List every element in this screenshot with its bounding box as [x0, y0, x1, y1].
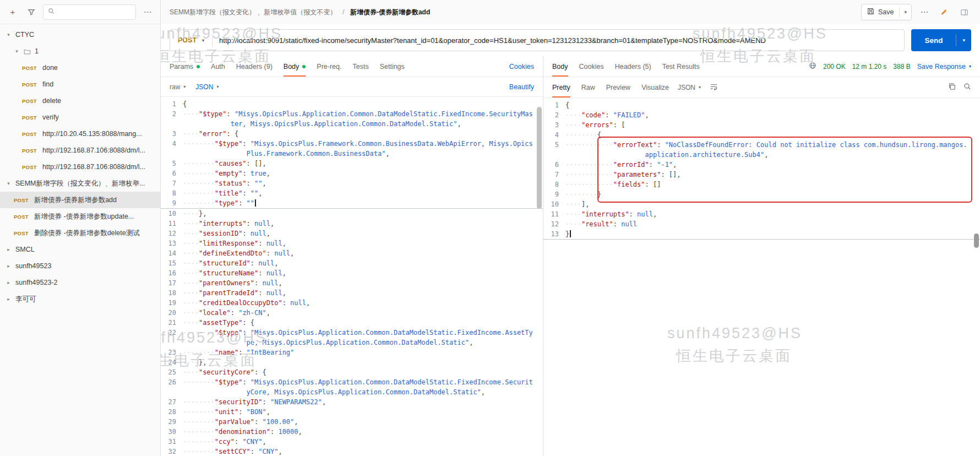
code-line-18[interactable]: 18····"parentTradeId": null,	[161, 288, 543, 298]
save-button[interactable]: Save	[862, 8, 900, 17]
code-line-20[interactable]: 20····"locale": "zh-CN",	[161, 308, 543, 318]
response-view-preview[interactable]: Preview	[606, 77, 630, 97]
sidebar-item-add[interactable]: POST新增债券-债券新增参数add	[0, 192, 160, 208]
sidebar-item-http-10-20-45-135-8088-mang[interactable]: POSThttp://10.20.45.135:8088/mang...	[0, 126, 160, 142]
breadcrumb-request[interactable]: 新增债券-债券新增参数add	[350, 8, 430, 16]
response-body-editor[interactable]: 1{2····"code": "FAILED",3····"errors": […	[543, 98, 980, 456]
code-line-13[interactable]: 13}	[543, 229, 980, 240]
method-selector[interactable]: POST ▾	[170, 36, 212, 44]
code-line-26[interactable]: 26········"$type": "Misys.OpicsPlus.Appl…	[161, 377, 543, 397]
response-editor-scrollbar[interactable]	[974, 234, 979, 248]
request-tab-body[interactable]: Body	[284, 56, 306, 77]
response-view-raw[interactable]: Raw	[581, 77, 595, 97]
request-tab-tests[interactable]: Tests	[352, 56, 368, 77]
chevron-right-icon[interactable]: ▸	[6, 263, 12, 269]
code-line-6[interactable]: 6············"errorId": "-1",	[543, 160, 980, 170]
sidebar-item-item[interactable]: ▸李可可	[0, 291, 160, 307]
chevron-down-icon[interactable]: ▾	[14, 48, 20, 54]
response-view-pretty[interactable]: Pretty	[552, 77, 570, 97]
search-icon[interactable]	[963, 83, 971, 92]
more-options-button[interactable]: ⋯	[917, 5, 932, 19]
copy-icon[interactable]	[948, 83, 956, 92]
code-line-10[interactable]: 10····},	[161, 209, 543, 219]
code-line-29[interactable]: 29········"parValue": "100.00",	[161, 417, 543, 427]
code-line-13[interactable]: 13····"limitResponse": null,	[161, 238, 543, 248]
code-line-4[interactable]: 4········"$type": "Misys.OpicsPlus.Frame…	[161, 139, 543, 159]
chevron-right-icon[interactable]: ▸	[6, 247, 12, 252]
chevron-down-icon[interactable]: ▾	[6, 181, 12, 186]
code-line-6[interactable]: 6········"empty": true,	[161, 169, 543, 178]
sidebar-item-smcl[interactable]: ▸SMCL	[0, 241, 160, 258]
sidebar-item-done[interactable]: POSTdone	[0, 59, 160, 76]
beautify-link[interactable]: Beautify	[509, 83, 534, 91]
code-line-7[interactable]: 7············"parameters": [],	[543, 170, 980, 180]
new-item-button[interactable]: +	[6, 5, 20, 19]
sidebar-item-1[interactable]: ▾1	[0, 43, 160, 59]
wrap-text-icon[interactable]	[710, 83, 718, 93]
save-options-button[interactable]: ▾	[900, 9, 911, 15]
code-line-10[interactable]: 10····],	[543, 199, 980, 209]
sidebar-item-sunfh49523[interactable]: ▸sunfh49523	[0, 258, 160, 274]
code-line-30[interactable]: 30········"denomination": 10000,	[161, 427, 543, 437]
code-line-12[interactable]: 12····"result": null	[543, 219, 980, 229]
breadcrumb-collection[interactable]: SEMM新增字段（报文变化） 、新增枚举值（报文不变）	[170, 8, 336, 16]
body-language-select[interactable]: JSON ▾	[195, 83, 219, 91]
search-input[interactable]	[58, 8, 131, 16]
edit-icon[interactable]	[937, 5, 951, 19]
code-line-22[interactable]: 22········"$type": "Misys.OpicsPlus.Appl…	[161, 328, 543, 348]
code-line-3[interactable]: 3····"errors": [	[543, 120, 980, 130]
sidebar-item-verify[interactable]: POSTverify	[0, 109, 160, 126]
code-line-5[interactable]: 5········"causes": [],	[161, 159, 543, 169]
request-body-editor[interactable]: 1{2····"$type": "Misys.OpicsPlus.Applica…	[161, 97, 543, 456]
sidebar-item-update[interactable]: POST新增债券 -债券新增参数update...	[0, 208, 160, 225]
cookies-link[interactable]: Cookies	[509, 63, 534, 70]
sidebar-item-ctyc[interactable]: ▾CTYC	[0, 26, 160, 43]
code-line-4[interactable]: 4········{	[543, 130, 980, 140]
filter-icon[interactable]	[24, 5, 39, 19]
code-line-3[interactable]: 3····"error": {	[161, 129, 543, 139]
sidebar-more-options[interactable]: ⋯	[140, 5, 155, 19]
sidebar-item-semm[interactable]: ▾SEMM新增字段（报文变化）、新增枚举...	[0, 175, 160, 192]
body-mode-select[interactable]: raw ▾	[170, 83, 186, 91]
response-format-select[interactable]: JSON ▾	[678, 84, 701, 91]
response-tab-body[interactable]: Body	[552, 56, 568, 77]
request-tab-params[interactable]: Params	[170, 56, 200, 77]
code-line-28[interactable]: 28········"unit": "BON",	[161, 407, 543, 417]
sidebar-item-http-192-168-87-106-8088-dm-l[interactable]: POSThttp://192.168.87.106:8088/dm/l...	[0, 142, 160, 159]
code-line-12[interactable]: 12····"sessionID": null,	[161, 229, 543, 238]
save-response-button[interactable]: Save Response ▾	[917, 63, 971, 70]
code-line-9[interactable]: 9········"type": ""	[161, 198, 543, 209]
chevron-down-icon[interactable]: ▾	[6, 32, 12, 37]
code-line-7[interactable]: 7········"status": "",	[161, 178, 543, 188]
sidebar-item-sunfh49523-2[interactable]: ▸sunfh49523-2	[0, 274, 160, 291]
sidebar-search[interactable]	[43, 4, 136, 20]
code-line-8[interactable]: 8············"fields": []	[543, 180, 980, 189]
code-line-11[interactable]: 11····"interrupts": null,	[543, 209, 980, 219]
code-line-1[interactable]: 1{	[543, 100, 980, 110]
code-line-25[interactable]: 25····"securityCore": {	[161, 367, 543, 377]
code-line-31[interactable]: 31········"ccy": "CNY",	[161, 437, 543, 447]
code-line-16[interactable]: 16····"structureName": null,	[161, 268, 543, 278]
sidebar-item-delete[interactable]: POST删除债券 -债券新增参数delete测试	[0, 225, 160, 241]
code-line-23[interactable]: 23········"name": "IntBearing"	[161, 348, 543, 357]
code-line-15[interactable]: 15····"structureId": null,	[161, 258, 543, 268]
code-line-19[interactable]: 19····"creditDealOccupyDto": null,	[161, 298, 543, 308]
sidebar-item-find[interactable]: POSTfind	[0, 76, 160, 93]
url-input[interactable]: http://localhost:9091/static/fixed-incom…	[213, 36, 904, 45]
layout-panel-icon[interactable]	[957, 5, 971, 19]
code-line-5[interactable]: 5············"errorText": "NoClassDefFou…	[543, 140, 980, 160]
request-tab-pre-req[interactable]: Pre-req.	[317, 56, 341, 77]
response-tab-headers-5[interactable]: Headers (5)	[615, 56, 651, 77]
code-line-9[interactable]: 9········}	[543, 189, 980, 199]
code-line-2[interactable]: 2····"code": "FAILED",	[543, 110, 980, 120]
globe-icon[interactable]	[809, 62, 816, 71]
response-tab-test-results[interactable]: Test Results	[662, 56, 700, 77]
code-line-27[interactable]: 27········"securityID": "NEWPARAMS22",	[161, 397, 543, 407]
code-line-2[interactable]: 2····"$type": "Misys.OpicsPlus.Applicati…	[161, 109, 543, 129]
code-line-11[interactable]: 11····"interrupts": null,	[161, 219, 543, 229]
code-line-17[interactable]: 17····"parentOwners": null,	[161, 278, 543, 288]
code-line-24[interactable]: 24····},	[161, 357, 543, 367]
code-line-32[interactable]: 32········"settCCY": "CNY",	[161, 447, 543, 456]
request-tab-headers-9[interactable]: Headers (9)	[236, 56, 273, 77]
code-line-8[interactable]: 8········"title": "",	[161, 188, 543, 198]
